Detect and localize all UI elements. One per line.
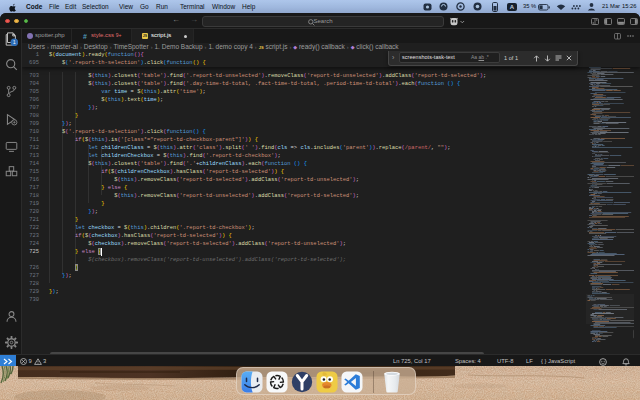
- svg-text:1: 1: [13, 39, 16, 45]
